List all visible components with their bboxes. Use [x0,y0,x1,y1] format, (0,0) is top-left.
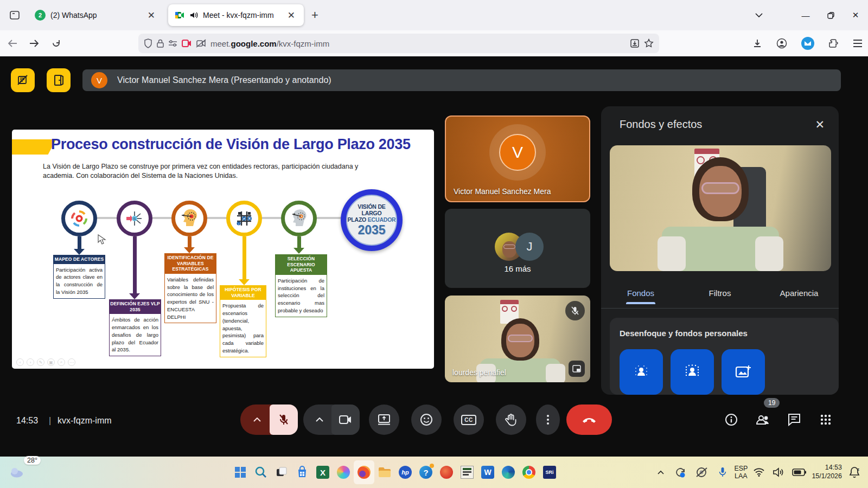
search-button[interactable] [251,460,271,484]
excel-icon[interactable]: X [312,460,333,484]
chrome-icon[interactable] [519,460,539,484]
camera-active-icon[interactable] [182,40,192,47]
help-icon[interactable]: ? [416,460,436,484]
tab-filtros[interactable]: Filtros [680,283,760,305]
camera-options-chevron[interactable] [303,404,336,435]
pen-tool-icon[interactable]: ✎ [37,358,44,366]
mic-toggle-button-muted[interactable] [270,404,298,435]
zoom-tool-icon[interactable]: ⌕ [58,358,65,366]
notifications-bell-icon[interactable]: z [845,460,864,484]
end-call-button[interactable] [566,404,612,435]
meet-control-bar: 14:53 | kvx-fqzm-imm CC [0,401,868,440]
new-tab-button[interactable]: + [304,8,326,22]
wifi-icon[interactable] [751,460,767,484]
erp-app-icon[interactable] [457,460,477,484]
tab-apariencia[interactable]: Apariencia [760,283,839,305]
raise-hand-button[interactable] [496,404,526,435]
step-box-seleccion: SELECCIÓN ESCENARIO APUESTA Participació… [275,254,327,317]
mic-options-chevron[interactable] [240,404,274,435]
window-close-button[interactable]: ✕ [843,0,868,30]
tab-close-icon[interactable]: ✕ [285,10,297,21]
firefox-view-button[interactable] [5,6,24,24]
participants-button[interactable] [750,404,776,435]
tab-fondos[interactable]: Fondos [601,283,680,305]
next-slide-icon[interactable]: › [27,358,34,366]
microphone-tray-icon[interactable] [714,460,731,484]
activities-button[interactable] [813,404,839,435]
start-button[interactable] [230,460,251,484]
window-restore-button[interactable] [818,0,843,30]
slide-subtitle: La Visión de Largo Plazo se construye po… [43,162,368,181]
whatsapp-favicon: 2 [35,10,46,21]
camera-off-tray-icon[interactable] [693,460,711,484]
person-shoulder [658,236,686,271]
camera-toggle-button[interactable] [331,404,360,435]
picture-in-picture-icon[interactable] [569,361,585,377]
more-options-icon[interactable]: ⋯ [68,358,75,366]
tab-list-chevron[interactable] [746,0,771,30]
sri-icon[interactable]: SRi [539,460,560,484]
extensions-icon[interactable] [828,38,839,49]
copilot-icon[interactable] [333,460,354,484]
menu-hamburger-icon[interactable] [853,40,863,47]
meeting-time: 14:53 [16,416,38,426]
task-view-button[interactable] [271,460,292,484]
word-icon[interactable]: W [477,460,498,484]
language-indicator[interactable]: ESPLAA [734,465,748,480]
edge-icon[interactable] [498,460,519,484]
participant-tile-more[interactable]: J 16 más [445,209,590,288]
window-minimize-button[interactable]: — [793,0,818,30]
participant-tile-victor[interactable]: V Victor Manuel Sanchez Mera [445,115,590,202]
taskbar-clock[interactable]: 14:5315/1/2026 [812,464,842,480]
panel-close-icon[interactable]: ✕ [815,118,825,131]
participant-tile-lourdes[interactable]: lourdes penafiel [445,296,590,382]
permissions-icon[interactable] [168,40,177,47]
address-bar[interactable]: meet.google.com/kvx-fqzm-imm [138,34,659,53]
person-shoulder [755,236,783,271]
upload-background-button[interactable] [722,349,765,395]
volume-icon[interactable] [770,460,787,484]
hp-icon[interactable]: hp [395,460,416,484]
account-icon[interactable] [776,38,787,49]
tab-whatsapp[interactable]: 2 (2) WhatsApp ✕ [28,4,164,26]
slides-overview-icon[interactable]: ▣ [47,358,55,366]
prev-slide-icon[interactable]: ‹ [16,358,24,366]
onedrive-sync-icon[interactable] [672,460,690,484]
reactions-button[interactable] [411,404,442,435]
captions-button[interactable]: CC [454,404,484,435]
back-button[interactable] [3,34,22,53]
slight-blur-button[interactable] [620,349,663,395]
more-options-button[interactable] [536,404,560,435]
url-text[interactable]: meet.google.com/kvx-fqzm-imm [210,39,626,48]
camera-blocked-icon[interactable] [196,39,206,48]
chat-button[interactable] [781,404,807,435]
arrow-head [129,293,140,299]
annotation-disabled-button[interactable] [11,68,35,92]
full-blur-button[interactable] [671,349,714,395]
step-header: DEFINCIÓN EJES VLP 2035 [109,299,161,314]
save-page-icon[interactable] [630,38,640,48]
meet-favicon [175,10,184,20]
firefox-relay-icon[interactable] [801,37,814,50]
file-explorer-icon[interactable] [374,460,395,484]
tab-close-icon[interactable]: ✕ [145,10,157,21]
tray-chevron-icon[interactable] [653,460,669,484]
reload-button[interactable] [47,34,65,53]
exit-annotation-button[interactable] [47,68,71,92]
tracking-shield-icon[interactable] [144,38,152,48]
microsoft-store-icon[interactable] [292,460,312,484]
arrow-stem [188,236,192,248]
adobe-icon[interactable] [436,460,457,484]
tab-audio-icon[interactable] [189,11,198,20]
bookmark-star-icon[interactable] [644,38,654,48]
lock-icon[interactable] [157,39,164,48]
tab-meet[interactable]: Meet - kvx-fqzm-imm ✕ [168,4,304,26]
present-screen-button[interactable] [369,404,399,435]
forward-button[interactable] [25,34,43,53]
downloads-icon[interactable] [752,38,762,48]
slideshow-controls[interactable]: ‹ › ✎ ▣ ⌕ ⋯ [16,358,75,366]
firefox-icon-active[interactable] [354,460,374,484]
blur-backgrounds-card: Desenfoque y fondos personales [610,318,839,395]
weather-widget[interactable]: 28° [8,460,28,484]
meeting-details-button[interactable] [718,404,744,435]
